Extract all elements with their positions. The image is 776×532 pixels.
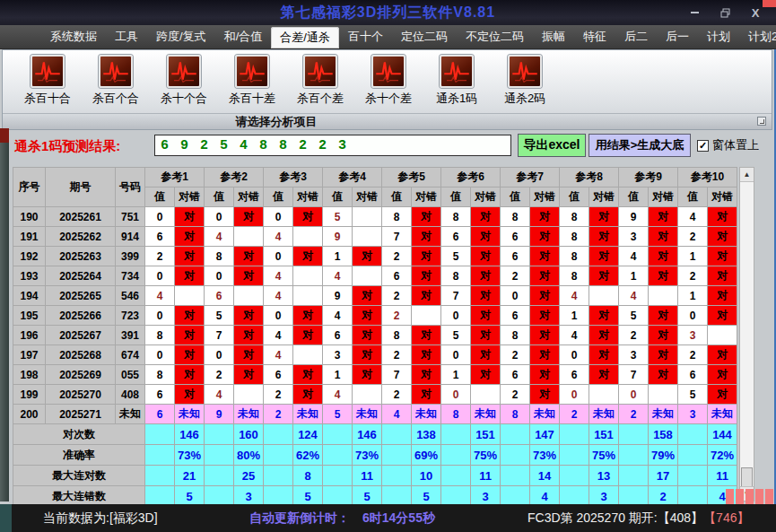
cell-ref-value[interactable]: 2 (619, 326, 649, 345)
cell-ref-judge[interactable]: 对 (530, 266, 560, 286)
summary-spacer-cell[interactable] (501, 424, 530, 445)
vertical-scrollbar[interactable]: ▲ ▼ (739, 167, 754, 501)
cell-ref-judge[interactable]: 对 (234, 266, 264, 286)
cell-ref-judge[interactable]: 对 (649, 326, 678, 345)
cell-ref-value[interactable]: 8 (441, 266, 471, 286)
cell-ref-value[interactable]: 2 (264, 385, 293, 405)
summary-spacer-cell[interactable] (441, 445, 471, 466)
cell-ref-value[interactable]: 8 (560, 247, 589, 266)
cell-ref-value[interactable]: 4 (264, 227, 293, 247)
cell-ref-value[interactable]: 6 (145, 227, 175, 247)
cell-ref-judge[interactable]: 对 (530, 247, 560, 266)
cell-ref-judge[interactable]: 对 (649, 266, 678, 286)
cell-ref-judge[interactable]: 未知 (175, 405, 205, 424)
cell-ref-judge[interactable]: 对 (293, 207, 323, 227)
cell-ref-value[interactable]: 6 (501, 306, 530, 326)
summary-spacer-cell[interactable] (501, 445, 530, 466)
summary-value-cell[interactable]: 160 (234, 424, 264, 445)
cell-ref-value[interactable]: 0 (678, 306, 708, 326)
cell-ref-value[interactable]: 0 (441, 385, 471, 405)
cell-ref-judge[interactable]: 对 (234, 326, 264, 345)
cell-ref-judge[interactable] (175, 286, 205, 306)
cell-ref-judge[interactable]: 对 (649, 345, 678, 365)
cell-ref-judge[interactable]: 对 (589, 207, 619, 227)
cell-ref-value[interactable]: 8 (501, 207, 530, 227)
prediction-result-input[interactable] (154, 135, 511, 156)
cell-ref-value[interactable]: 7 (382, 227, 412, 247)
cell-ref-value[interactable]: 4 (205, 227, 234, 247)
cell-ref-judge[interactable]: 对 (708, 227, 737, 247)
cell-ref-value[interactable]: 8 (382, 326, 412, 345)
cell-ref-judge[interactable] (293, 227, 323, 247)
summary-spacer-cell[interactable] (441, 424, 471, 445)
cell-ref-value[interactable]: 4 (205, 385, 234, 405)
cell-ref-value[interactable]: 3 (619, 345, 649, 365)
cell-ref-value[interactable]: 6 (323, 326, 353, 345)
summary-value-cell[interactable]: 11 (708, 466, 737, 486)
cell-ref-value[interactable]: 0 (619, 385, 649, 405)
summary-value-cell[interactable]: 25 (234, 466, 264, 486)
cell-ref-judge[interactable] (234, 227, 264, 247)
cell-ref-judge[interactable]: 未知 (412, 405, 441, 424)
cell-ref-value[interactable]: 4 (323, 306, 353, 326)
cell-ref-judge[interactable]: 对 (412, 365, 441, 385)
summary-spacer-cell[interactable] (560, 424, 589, 445)
cell-ref-judge[interactable]: 对 (353, 365, 382, 385)
cell-ref-judge[interactable] (353, 385, 382, 405)
menu-item-计划2[interactable]: 计划2 (739, 25, 776, 48)
cell-ref-value[interactable]: 5 (323, 207, 353, 227)
cell-ref-value[interactable]: 0 (145, 306, 175, 326)
cell-ref-judge[interactable] (649, 385, 678, 405)
cell-ref-value[interactable]: 6 (441, 227, 471, 247)
cell-ref-judge[interactable]: 对 (471, 207, 501, 227)
cell-ref-judge[interactable]: 对 (175, 266, 205, 286)
cell-ref-judge[interactable]: 对 (293, 385, 323, 405)
cell-ref-value[interactable]: 4 (560, 326, 589, 345)
summary-value-cell[interactable]: 151 (471, 424, 501, 445)
cell-ref-judge[interactable]: 对 (412, 227, 441, 247)
summary-value-cell[interactable]: 62% (293, 445, 323, 466)
summary-spacer-cell[interactable] (323, 466, 353, 486)
summary-spacer-cell[interactable] (678, 466, 708, 486)
cell-ref-value[interactable]: 6 (501, 227, 530, 247)
summary-spacer-cell[interactable] (678, 445, 708, 466)
cell-ref-value[interactable]: 2 (560, 405, 589, 424)
summary-spacer-cell[interactable] (619, 466, 649, 486)
generate-pool-button[interactable]: 用结果>生成大底 (589, 134, 691, 157)
cell-ref-judge[interactable]: 对 (293, 326, 323, 345)
cell-ref-value[interactable]: 6 (501, 247, 530, 266)
cell-ref-judge[interactable] (649, 286, 678, 306)
summary-value-cell[interactable]: 124 (293, 424, 323, 445)
summary-value-cell[interactable]: 138 (412, 424, 441, 445)
cell-ref-judge[interactable] (589, 286, 619, 306)
cell-ref-judge[interactable]: 对 (530, 345, 560, 365)
summary-spacer-cell[interactable] (619, 424, 649, 445)
cell-ref-value[interactable]: 4 (323, 266, 353, 286)
cell-ref-judge[interactable]: 对 (293, 306, 323, 326)
cell-ref-judge[interactable]: 对 (353, 286, 382, 306)
cell-ref-judge[interactable]: 对 (234, 207, 264, 227)
summary-value-cell[interactable]: 17 (649, 466, 678, 486)
cell-ref-judge[interactable]: 对 (175, 326, 205, 345)
cell-ref-value[interactable]: 7 (205, 326, 234, 345)
summary-value-cell[interactable]: 11 (471, 466, 501, 486)
cell-ref-value[interactable]: 0 (264, 306, 293, 326)
cell-ref-value[interactable]: 2 (382, 286, 412, 306)
cell-ref-value[interactable]: 3 (678, 326, 708, 345)
cell-ref-judge[interactable]: 对 (530, 385, 560, 405)
cell-ref-value[interactable]: 0 (441, 306, 471, 326)
summary-value-cell[interactable]: 75% (589, 445, 619, 466)
summary-spacer-cell[interactable] (205, 466, 234, 486)
cell-ref-value[interactable]: 8 (560, 227, 589, 247)
cell-ref-judge[interactable]: 对 (175, 247, 205, 266)
summary-value-cell[interactable]: 151 (589, 424, 619, 445)
cell-ref-judge[interactable]: 未知 (649, 405, 678, 424)
cell-ref-value[interactable]: 2 (678, 345, 708, 365)
cell-ref-judge[interactable]: 对 (530, 286, 560, 306)
cell-ref-judge[interactable]: 对 (708, 207, 737, 227)
menu-item-定位二码[interactable]: 定位二码 (392, 25, 457, 48)
toolbar-button-杀百十合[interactable]: 杀百十合 (15, 55, 80, 107)
cell-ref-judge[interactable]: 未知 (353, 405, 382, 424)
summary-value-cell[interactable]: 158 (649, 424, 678, 445)
summary-spacer-cell[interactable] (264, 424, 293, 445)
